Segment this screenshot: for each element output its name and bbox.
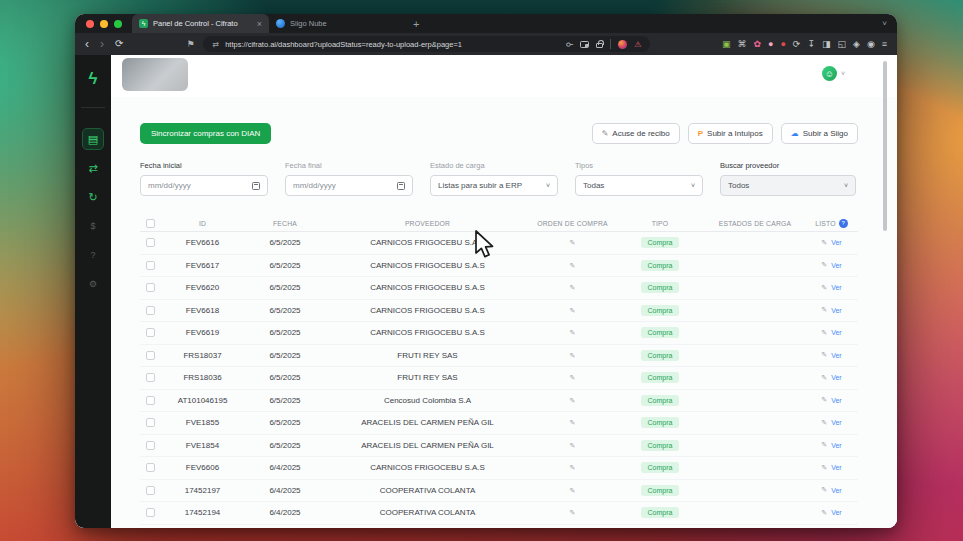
- listo-action-icon[interactable]: ✎: [821, 306, 827, 314]
- row-checkbox[interactable]: [146, 486, 155, 495]
- extension-green-icon[interactable]: ▣: [722, 40, 731, 49]
- table-row[interactable]: FEV6619 6/5/2025 CARNICOS FRIGOCEBU S.A.…: [140, 322, 858, 345]
- orden-compra-action-icon[interactable]: ✎: [570, 307, 576, 314]
- user-avatar[interactable]: ☺: [822, 66, 837, 81]
- table-row[interactable]: FEV6620 6/5/2025 CARNICOS FRIGOCEBU S.A.…: [140, 277, 858, 300]
- table-row[interactable]: FRS18037 6/5/2025 FRUTI REY SAS ✎ Compra…: [140, 345, 858, 368]
- history-icon[interactable]: ⟳: [793, 40, 801, 49]
- tab-overflow-icon[interactable]: ˅: [882, 19, 887, 28]
- password-key-icon[interactable]: ⚲: [566, 41, 575, 47]
- reload-button[interactable]: ⟳: [115, 39, 123, 49]
- ver-link[interactable]: Ver: [831, 329, 842, 336]
- column-header-estados[interactable]: ESTADOS DE CARGA: [705, 220, 805, 227]
- listo-action-icon[interactable]: ✎: [821, 284, 827, 292]
- sidebar-item-settings[interactable]: ⚙: [82, 273, 104, 295]
- screen-share-icon[interactable]: [580, 41, 589, 48]
- listo-action-icon[interactable]: ✎: [821, 464, 827, 472]
- shield-icon[interactable]: ◉: [867, 40, 875, 49]
- bookmark-icon[interactable]: ⚑: [186, 39, 194, 49]
- new-tab-button[interactable]: +: [413, 18, 419, 30]
- colorwheel-extension-icon[interactable]: ✿: [753, 40, 761, 49]
- sidebar-item-help[interactable]: ?: [82, 244, 104, 266]
- menu-icon[interactable]: ≡: [882, 40, 887, 49]
- selection-tool-icon[interactable]: ◈: [853, 40, 860, 49]
- table-row[interactable]: FEV6618 6/5/2025 CARNICOS FRIGOCEBU S.A.…: [140, 300, 858, 323]
- row-checkbox[interactable]: [146, 261, 155, 270]
- pip-icon[interactable]: ◱: [837, 40, 846, 49]
- column-header-listo[interactable]: LISTO ?: [805, 219, 858, 228]
- row-checkbox[interactable]: [146, 351, 155, 360]
- row-checkbox[interactable]: [146, 283, 155, 292]
- close-window-button[interactable]: [86, 20, 94, 28]
- address-bar[interactable]: ⇄ https://cifrato.ai/dashboard?uploadSta…: [203, 36, 650, 52]
- row-checkbox[interactable]: [146, 238, 155, 247]
- listo-help-icon[interactable]: ?: [839, 219, 848, 228]
- subir-siigo-button[interactable]: ☁ Subir a Siigo: [781, 123, 858, 144]
- recording-dot-red-icon[interactable]: ●: [780, 40, 785, 49]
- orden-compra-action-icon[interactable]: ✎: [570, 487, 576, 494]
- table-row[interactable]: FRS18036 6/5/2025 FRUTI REY SAS ✎ Compra…: [140, 367, 858, 390]
- listo-action-icon[interactable]: ✎: [821, 239, 827, 247]
- orden-compra-action-icon[interactable]: ✎: [570, 374, 576, 381]
- table-row[interactable]: FEV6616 6/5/2025 CARNICOS FRIGOCEBU S.A.…: [140, 232, 858, 255]
- download-icon[interactable]: ↧: [807, 40, 815, 49]
- subir-intuipos-button[interactable]: P Subir a Intuipos: [688, 123, 773, 144]
- user-menu[interactable]: ☺ ˅: [822, 66, 845, 81]
- listo-action-icon[interactable]: ✎: [821, 441, 827, 449]
- ver-link[interactable]: Ver: [831, 262, 842, 269]
- orden-compra-action-icon[interactable]: ✎: [570, 464, 576, 471]
- warning-extension-icon[interactable]: ⚠: [634, 40, 641, 49]
- tipos-select[interactable]: Todas ˅: [575, 175, 703, 196]
- orden-compra-action-icon[interactable]: ✎: [570, 284, 576, 291]
- table-row[interactable]: ✎ Compra ✎: [140, 525, 858, 529]
- listo-action-icon[interactable]: ✎: [821, 351, 827, 359]
- buscar-proveedor-select[interactable]: Todos ˅: [720, 175, 856, 196]
- sync-dian-button[interactable]: Sincronizar compras con DIAN: [140, 123, 271, 144]
- acuse-recibo-button[interactable]: ✎ Acuse de recibo: [592, 123, 680, 144]
- tab-siigo-nube[interactable]: Siigo Nube: [269, 14, 365, 33]
- table-row[interactable]: FEV6606 6/4/2025 CARNICOS FRIGOCEBU S.A.…: [140, 457, 858, 480]
- orden-compra-action-icon[interactable]: ✎: [570, 329, 576, 336]
- sidebar-toggle-icon[interactable]: ◨: [822, 40, 831, 49]
- ver-link[interactable]: Ver: [831, 307, 842, 314]
- sidebar-item-transfer[interactable]: ⇄: [82, 157, 104, 179]
- row-checkbox[interactable]: [146, 306, 155, 315]
- row-checkbox[interactable]: [146, 418, 155, 427]
- listo-action-icon[interactable]: ✎: [821, 509, 827, 517]
- table-row[interactable]: FVE1855 6/5/2025 ARACELIS DEL CARMEN PEÑ…: [140, 412, 858, 435]
- site-settings-icon[interactable]: ⇄: [212, 40, 219, 49]
- ver-link[interactable]: Ver: [831, 419, 842, 426]
- page-scrollbar-thumb[interactable]: [883, 61, 887, 231]
- table-row[interactable]: 17452194 6/4/2025 COOPERATIVA COLANTA ✎ …: [140, 502, 858, 525]
- row-checkbox[interactable]: [146, 441, 155, 450]
- forward-button[interactable]: ›: [100, 38, 104, 50]
- ver-link[interactable]: Ver: [831, 374, 842, 381]
- back-button[interactable]: ‹: [85, 38, 89, 50]
- ver-link[interactable]: Ver: [831, 397, 842, 404]
- tab-panel-de-control[interactable]: ϟ Panel de Control - Cifrato ×: [132, 14, 269, 33]
- adblock-extension-icon[interactable]: [618, 40, 627, 49]
- sidebar-item-sync[interactable]: ↻: [82, 186, 104, 208]
- listo-action-icon[interactable]: ✎: [821, 261, 827, 269]
- row-checkbox[interactable]: [146, 396, 155, 405]
- column-header-fecha[interactable]: FECHA: [245, 220, 325, 227]
- zoom-window-button[interactable]: [114, 20, 122, 28]
- listo-action-icon[interactable]: ✎: [821, 396, 827, 404]
- ver-link[interactable]: Ver: [831, 509, 842, 516]
- orden-compra-action-icon[interactable]: ✎: [570, 442, 576, 449]
- orden-compra-action-icon[interactable]: ✎: [570, 352, 576, 359]
- listo-action-icon[interactable]: ✎: [821, 419, 827, 427]
- column-header-id[interactable]: ID: [160, 220, 245, 227]
- ver-link[interactable]: Ver: [831, 284, 842, 291]
- orden-compra-action-icon[interactable]: ✎: [570, 262, 576, 269]
- ver-link[interactable]: Ver: [831, 487, 842, 494]
- recording-dot-pink-icon[interactable]: ●: [768, 40, 773, 49]
- listo-action-icon[interactable]: ✎: [821, 329, 827, 337]
- select-all-checkbox[interactable]: [146, 219, 155, 228]
- orden-compra-action-icon[interactable]: ✎: [570, 397, 576, 404]
- estado-carga-select[interactable]: Listas para subir a ERP ˅: [430, 175, 558, 196]
- extension-gray-icon[interactable]: ⌘: [737, 40, 746, 49]
- lock-icon[interactable]: [596, 43, 603, 48]
- minimize-window-button[interactable]: [100, 20, 108, 28]
- orden-compra-action-icon[interactable]: ✎: [570, 509, 576, 516]
